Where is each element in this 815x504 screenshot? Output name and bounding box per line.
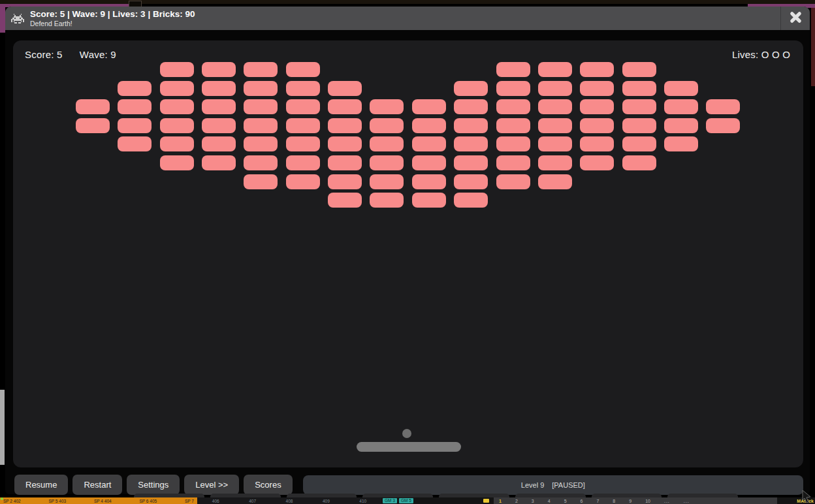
brick [160,99,194,114]
restart-button[interactable]: Restart [72,475,122,495]
brick [202,155,236,170]
brick [706,118,740,133]
background-window-edge [0,390,5,465]
track-number: 10 [645,499,650,503]
window-title: Score: 5 | Wave: 9 | Lives: 3 | Bricks: … [30,9,195,20]
background-window-edge [811,8,815,86]
clip-labels: SP 2 402SP 5 403SP 4 404SP 6 405SP 7 [0,497,197,504]
brick [454,81,488,96]
status-dot-icon [1,497,3,500]
clip-label: SP 4 404 [94,499,112,503]
brick [286,174,320,189]
bar-number: 409 [323,499,330,503]
background-accent-strip [0,4,5,33]
brick [622,81,656,96]
brick [454,136,488,151]
clip-label: SP 6 405 [140,499,157,503]
brick [580,62,614,77]
track-number: 6 [581,499,583,503]
paddle[interactable] [357,442,461,452]
brick [160,81,194,96]
brick [496,118,530,133]
brick [454,174,488,189]
settings-button[interactable]: Settings [127,475,180,495]
level-next-button[interactable]: Level >> [184,475,239,495]
track-number: 5 [564,499,567,503]
brick [244,136,278,151]
brick [412,136,446,151]
brick [412,118,446,133]
brick [580,136,614,151]
titlebar[interactable]: Score: 5 | Wave: 9 | Lives: 3 | Bricks: … [5,7,810,30]
brick [286,118,320,133]
mouse-cursor [801,490,812,504]
close-button[interactable] [781,7,810,30]
resume-button[interactable]: Resume [14,475,68,495]
scores-button[interactable]: Scores [244,475,292,495]
brick [622,136,656,151]
clip-label: SP 7 [185,499,194,503]
brick [580,118,614,133]
bar-number: 406 [212,499,219,503]
brick [496,99,530,114]
brick [202,62,236,77]
brick [160,118,194,133]
brick [244,81,278,96]
brick [664,118,698,133]
brick [496,155,530,170]
clip-label: SP 2 402 [3,499,21,503]
brick [370,193,404,208]
track-number: 1 [499,499,502,503]
hud-wave: Wave: 9 [80,49,116,60]
brick [370,174,404,189]
brick [286,136,320,151]
brick [76,118,110,133]
bar-number: 407 [249,499,256,503]
brick [370,136,404,151]
brick [118,99,152,114]
brick [328,99,362,114]
brick [622,155,656,170]
game-window: Score: 5 | Wave: 9 | Lives: 3 | Bricks: … [5,7,810,494]
clip-label: SP 5 403 [49,499,67,503]
brick [496,81,530,96]
brick [454,118,488,133]
hud-lives: Lives: O O O [732,49,790,60]
playfield[interactable]: Score: 5 Wave: 9 Lives: O O O [13,40,803,467]
hud-left: Score: 5 Wave: 9 [25,49,116,60]
brick [622,118,656,133]
bar-numbers: 406407408409410 [197,497,381,504]
brick [370,99,404,114]
overflow-dots: ... [684,499,690,503]
brick [286,99,320,114]
hud-score: Score: 5 [25,49,62,60]
brick [160,136,194,151]
window-subtitle: Defend Earth! [30,20,195,28]
brick [118,81,152,96]
brick [454,193,488,208]
brick [538,81,572,96]
brick [454,155,488,170]
brick [328,136,362,151]
brick [286,155,320,170]
brick [244,62,278,77]
brick [496,174,530,189]
toolbar: Resume Restart Settings Level >> Scores … [14,475,803,495]
brick [412,155,446,170]
brick [244,155,278,170]
track-number: 3 [532,499,534,503]
brick [370,155,404,170]
brick [328,81,362,96]
brick [202,81,236,96]
bar-number: 410 [359,499,366,503]
brick [202,118,236,133]
brick [454,99,488,114]
overflow-dots: ... [664,499,670,503]
track-numbers: 12345678910...... [494,497,777,504]
brick [538,155,572,170]
track-number: 9 [629,499,631,503]
clip-icon [483,499,489,503]
brick [118,136,152,151]
brick [160,155,194,170]
close-icon [790,11,802,26]
